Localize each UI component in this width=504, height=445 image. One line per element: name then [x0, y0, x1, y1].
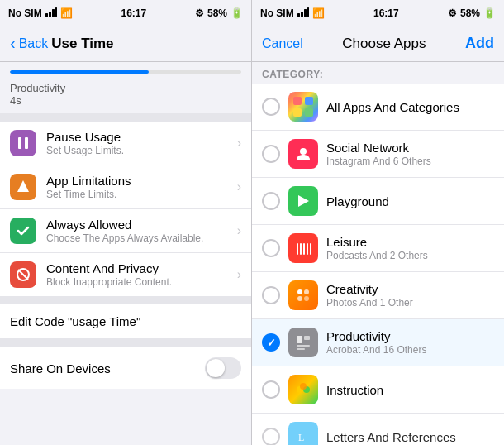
radio-letters[interactable]: [262, 428, 280, 445]
app-list: All Apps And Categories Social Network I…: [252, 84, 504, 445]
svg-rect-21: [307, 243, 308, 255]
back-label: Back: [19, 36, 49, 51]
svg-text:L: L: [298, 432, 304, 443]
radio-instruction[interactable]: [262, 380, 280, 399]
checkmark-productivity[interactable]: [262, 333, 280, 352]
wifi-icon-left: 📶: [60, 7, 73, 19]
creativity-name: Creativity: [326, 282, 494, 296]
content-privacy-title: Content And Privacy: [46, 261, 237, 275]
playground-info: Playground: [326, 194, 494, 208]
progress-time: 4s: [10, 94, 241, 107]
svg-rect-4: [18, 137, 21, 149]
always-allowed-chevron-icon: ›: [237, 223, 241, 238]
pause-usage-icon: [10, 130, 36, 156]
radio-leisure[interactable]: [262, 239, 280, 257]
leisure-icon: [288, 233, 318, 263]
list-item[interactable]: L Letters And References: [252, 414, 504, 445]
menu-item-app-limitations[interactable]: App Limitations Set Time Limits. ›: [0, 165, 251, 209]
always-allowed-subtitle: Choose The Apps Always Available.: [46, 232, 237, 244]
list-item[interactable]: Productivity Acrobat And 16 Others: [252, 319, 504, 366]
cancel-button[interactable]: Cancel: [262, 36, 303, 51]
radio-all-apps[interactable]: [262, 98, 280, 116]
time-right: 16:17: [373, 7, 399, 19]
pause-usage-title: Pause Usage: [46, 130, 237, 144]
social-sub: Instagram And 6 Others: [326, 156, 494, 167]
nav-title-left: Use Time: [51, 36, 113, 52]
all-apps-info: All Apps And Categories: [326, 100, 494, 114]
list-item[interactable]: Social Network Instagram And 6 Others: [252, 131, 504, 178]
social-name: Social Network: [326, 141, 494, 155]
toggle-knob: [207, 359, 225, 377]
always-allowed-text: Always Allowed Choose The Apps Always Av…: [46, 218, 237, 244]
edit-code-section[interactable]: Edit Code "usage Time": [0, 304, 251, 339]
right-panel: No SIM 📶 16:17 ⚙ 58% 🔋 Cancel Choose App…: [252, 0, 504, 445]
always-allowed-title: Always Allowed: [46, 218, 237, 232]
app-limitations-chevron-icon: ›: [237, 179, 241, 194]
radio-creativity[interactable]: [262, 286, 280, 304]
leisure-name: Leisure: [326, 235, 494, 249]
add-button[interactable]: Add: [465, 35, 494, 52]
app-limitations-text: App Limitations Set Time Limits.: [46, 174, 237, 200]
svg-rect-20: [303, 243, 305, 255]
battery-icon-left: ⚙: [195, 7, 204, 19]
back-chevron-icon: ‹: [10, 34, 16, 53]
battery-text-left: 58%: [207, 7, 227, 19]
svg-rect-29: [297, 345, 310, 347]
content-privacy-chevron-icon: ›: [237, 267, 241, 282]
time-left: 16:17: [121, 7, 146, 19]
app-limitations-icon: [10, 174, 36, 200]
svg-rect-18: [297, 243, 298, 255]
svg-rect-27: [297, 336, 302, 343]
svg-rect-1: [49, 12, 51, 17]
app-limitations-title: App Limitations: [46, 174, 237, 188]
nav-bar-right: Cancel Choose Apps Add: [252, 26, 504, 62]
list-item[interactable]: Instruction: [252, 366, 504, 414]
status-right-sim: No SIM 📶: [260, 7, 325, 19]
playground-icon: [288, 186, 318, 216]
progress-bar-bg: [10, 70, 241, 74]
signal-icon-left: [45, 7, 57, 19]
menu-item-pause-usage[interactable]: Pause Usage Set Usage Limits. ›: [0, 122, 251, 165]
list-item[interactable]: Creativity Photos And 1 Other: [252, 272, 504, 319]
svg-rect-9: [301, 12, 303, 17]
battery-symbol-right: 🔋: [483, 7, 496, 19]
letters-icon: L: [288, 422, 318, 445]
list-item[interactable]: All Apps And Categories: [252, 84, 504, 131]
instruction-icon: [288, 375, 318, 404]
section-spacer-3: [0, 339, 251, 347]
svg-rect-14: [293, 108, 302, 117]
progress-labels: Productivity 4s: [0, 77, 251, 107]
menu-item-always-allowed[interactable]: Always Allowed Choose The Apps Always Av…: [0, 209, 251, 253]
status-bar-right: No SIM 📶 16:17 ⚙ 58% 🔋: [252, 0, 504, 26]
productivity-sub: Acrobat And 16 Others: [326, 344, 494, 356]
svg-rect-3: [55, 7, 57, 17]
category-label: CATEGORY:: [252, 62, 504, 84]
svg-rect-2: [52, 9, 55, 17]
svg-rect-0: [45, 13, 48, 17]
menu-item-content-privacy[interactable]: Content And Privacy Block Inappropriate …: [0, 253, 251, 296]
menu-group: Pause Usage Set Usage Limits. › App Limi…: [0, 122, 251, 296]
status-right-left: ⚙ 58% 🔋: [195, 7, 243, 19]
leisure-sub: Podcasts And 2 Others: [326, 250, 494, 261]
svg-point-16: [300, 148, 307, 155]
progress-category: Productivity: [10, 82, 241, 94]
svg-rect-11: [307, 7, 309, 17]
letters-name: Letters And References: [326, 430, 494, 444]
playground-name: Playground: [326, 194, 494, 208]
battery-text-right: 58%: [460, 7, 480, 19]
list-item[interactable]: Playground: [252, 178, 504, 225]
back-button[interactable]: ‹ Back: [10, 34, 48, 53]
wifi-icon-right: 📶: [312, 7, 325, 19]
social-icon: [288, 139, 318, 169]
share-toggle[interactable]: [205, 357, 241, 379]
signal-icon-right: [297, 7, 309, 19]
svg-point-33: [300, 383, 307, 390]
all-apps-icon: [288, 92, 318, 122]
no-sim-text-left: No SIM: [8, 7, 42, 19]
radio-social[interactable]: [262, 145, 280, 163]
content-privacy-icon: [10, 261, 36, 288]
svg-marker-17: [298, 195, 309, 207]
radio-playground[interactable]: [262, 192, 280, 210]
battery-icon-right: ⚙: [448, 7, 457, 19]
list-item[interactable]: Leisure Podcasts And 2 Others: [252, 225, 504, 272]
